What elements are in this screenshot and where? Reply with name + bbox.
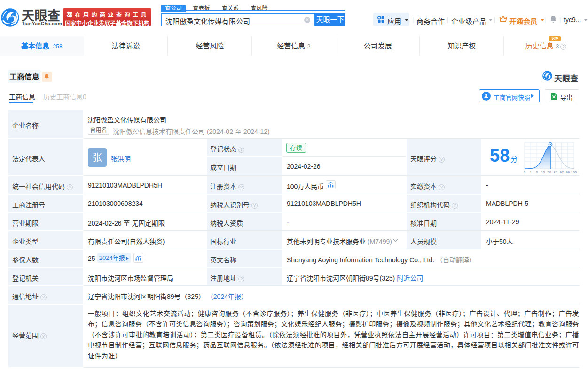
svg-text:3: 3 — [536, 170, 538, 173]
svg-text:50: 50 — [547, 170, 551, 173]
svg-text:99: 99 — [566, 170, 570, 173]
svg-text:85: 85 — [553, 170, 557, 173]
svg-text:97: 97 — [560, 170, 564, 173]
svg-text:15: 15 — [541, 170, 545, 173]
svg-text:1: 1 — [530, 170, 532, 173]
svg-text:0: 0 — [524, 170, 525, 173]
svg-text:100: 100 — [571, 170, 577, 173]
